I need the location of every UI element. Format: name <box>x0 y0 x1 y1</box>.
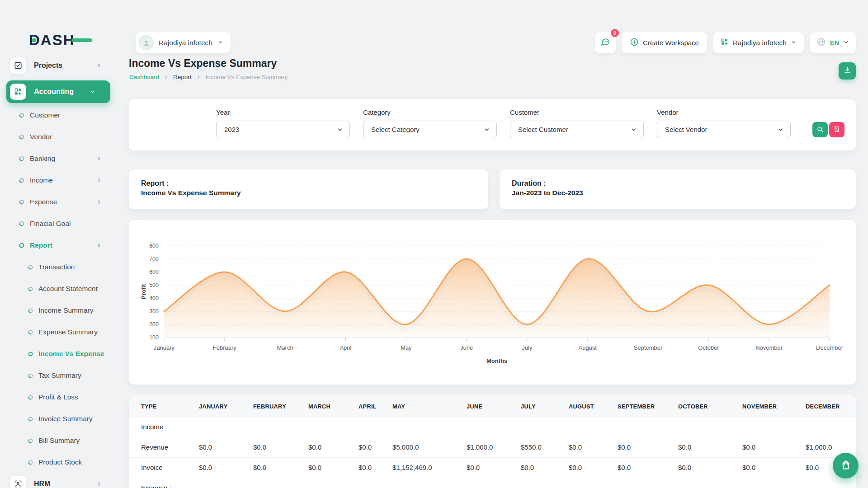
svg-text:500: 500 <box>149 282 159 288</box>
sidebar-item-banking[interactable]: Banking <box>0 148 117 169</box>
sidebar-item-customer[interactable]: Customer <box>0 104 117 126</box>
donut-bullet-icon <box>28 460 33 465</box>
table-cell: $5,000.0 <box>392 437 467 457</box>
logo-dash-accent <box>71 38 92 42</box>
table-row-invoice: Invoice$0.0$0.0$0.0$0.0$1,152,469.0$0.0$… <box>129 457 856 478</box>
workspace-menu-label: Rajodiya infotech <box>733 39 787 47</box>
svg-text:April: April <box>340 344 351 351</box>
chevron-right-icon <box>196 75 201 80</box>
year-label: Year <box>216 108 350 116</box>
avatar <box>139 35 154 50</box>
apply-filter-button[interactable] <box>812 122 828 137</box>
sidebar-item-income-summary[interactable]: Income Summary <box>0 300 117 321</box>
chevron-down-icon <box>843 39 849 47</box>
sidebar-item-label: Expense <box>30 198 57 206</box>
sidebar-item-label: Income <box>30 176 53 184</box>
column-header-december: DECEMBER <box>806 395 856 417</box>
column-header-august: AUGUST <box>569 395 618 417</box>
income-expense-table: TYPEJANUARYFEBRUARYMARCHAPRILMAYJUNEJULY… <box>129 395 856 488</box>
table-cell: $0.0 <box>742 437 806 457</box>
svg-text:Profit: Profit <box>140 284 147 300</box>
sidebar-item-vendor[interactable]: Vendor <box>0 126 117 148</box>
person-icon <box>142 39 151 47</box>
column-header-april: APRIL <box>359 395 392 417</box>
table-cell: $0.0 <box>742 457 806 478</box>
category-select[interactable]: Select Category <box>363 121 497 138</box>
sidebar-item-profit-loss[interactable]: Profit & Loss <box>0 386 117 408</box>
donut-bullet-icon <box>28 265 33 270</box>
sidebar-item-bill-summary[interactable]: Bill Summary <box>0 430 117 451</box>
sidebar-item-invoice-summary[interactable]: Invoice Summary <box>0 408 117 430</box>
report-card-value: Income Vs Expense Summary <box>141 188 488 197</box>
sidebar-item-income[interactable]: Income <box>0 169 117 191</box>
svg-text:400: 400 <box>149 295 159 301</box>
breadcrumb: Dashboard Report Income Vs Expense Summa… <box>129 74 288 80</box>
sidebar-item-product-stock[interactable]: Product Stock <box>0 451 117 473</box>
column-header-october: OCTOBER <box>678 395 742 417</box>
shopping-bag-icon <box>840 459 852 472</box>
column-header-february: FEBRUARY <box>253 395 308 417</box>
shop-fab-button[interactable] <box>833 453 859 479</box>
workspace-menu[interactable]: Rajodiya infotech <box>713 32 804 53</box>
vendor-select-value: Select Vendor <box>665 126 707 133</box>
table-cell: $0.0 <box>253 437 308 457</box>
sidebar-item-label: Finacial Goal <box>30 220 71 228</box>
donut-bullet-icon <box>28 417 33 422</box>
customer-select[interactable]: Select Customer <box>510 121 644 138</box>
create-workspace-button[interactable]: Create Workspace <box>622 32 707 53</box>
vendor-select[interactable]: Select Vendor <box>657 121 791 138</box>
svg-text:June: June <box>460 344 473 351</box>
sidebar-item-label: Expense Summary <box>38 328 98 336</box>
donut-bullet-icon <box>19 113 24 118</box>
donut-bullet-icon <box>28 286 33 291</box>
svg-text:November: November <box>755 344 783 351</box>
table-cell: $0.0 <box>618 457 678 478</box>
chevron-down-icon <box>778 127 784 133</box>
download-report-button[interactable] <box>839 62 856 80</box>
sidebar-item-expense[interactable]: Expense <box>0 191 117 213</box>
donut-bullet-icon <box>19 134 24 140</box>
table-cell: $0.0 <box>569 457 618 478</box>
reset-filter-button[interactable] <box>829 122 844 137</box>
grid-icon <box>720 38 729 48</box>
table-cell: $1,000.0 <box>467 437 521 457</box>
sidebar-menu: ProjectsAccountingCustomerVendorBankingI… <box>0 55 117 488</box>
sidebar-item-tax-summary[interactable]: Tax Summary <box>0 365 117 386</box>
workspace-selector[interactable]: Rajodiya infotech <box>136 32 231 53</box>
sidebar-item-label: Product Stock <box>38 458 82 466</box>
sidebar-item-transaction[interactable]: Transaction <box>0 256 117 278</box>
sidebar-item-label: Projects <box>34 61 62 70</box>
sidebar-item-expense-summary[interactable]: Expense Summary <box>0 321 117 343</box>
duration-summary-card: Duration : Jan-2023 to Dec-2023 <box>500 169 856 209</box>
donut-bullet-icon <box>28 308 33 313</box>
table-cell: $0.0 <box>467 457 521 478</box>
duration-card-title: Duration : <box>512 178 856 188</box>
chevron-right-icon <box>96 63 102 68</box>
sidebar-item-label: Vendor <box>30 133 52 141</box>
svg-text:700: 700 <box>149 256 159 262</box>
table-cell: $0.0 <box>199 437 253 457</box>
sidebar-item-hrm[interactable]: HRM <box>0 473 117 488</box>
sidebar-item-finacial-goal[interactable]: Finacial Goal <box>0 213 117 235</box>
sidebar-item-accounting[interactable]: Accounting <box>6 80 110 103</box>
sidebar-item-projects[interactable]: Projects <box>0 55 117 76</box>
messages-button[interactable]: 0 <box>595 32 616 53</box>
year-select[interactable]: 2023 <box>216 121 350 138</box>
sidebar-item-label: Banking <box>30 155 55 163</box>
sidebar-item-label: Report <box>30 241 52 249</box>
breadcrumb-report[interactable]: Report <box>173 74 192 80</box>
plus-circle-icon <box>630 38 639 48</box>
app-logo: DASH <box>29 32 75 49</box>
year-select-value: 2023 <box>224 126 239 133</box>
table-cell: $0.0 <box>308 457 359 478</box>
sidebar-item-label: Tax Summary <box>38 371 81 380</box>
sidebar-item-income-vs-expense[interactable]: Income Vs Expense <box>0 343 117 365</box>
sidebar-item-report[interactable]: Report <box>0 235 117 256</box>
language-selector[interactable]: EN <box>810 32 856 53</box>
breadcrumb-dashboard[interactable]: Dashboard <box>129 74 159 80</box>
profit-chart-card: 100200300400500600700800JanuaryFebruaryM… <box>129 220 856 385</box>
sidebar-item-label: Transaction <box>38 263 75 271</box>
donut-bullet-icon <box>28 438 33 443</box>
svg-text:October: October <box>698 344 719 351</box>
sidebar-item-account-statement[interactable]: Account Statement <box>0 278 117 300</box>
